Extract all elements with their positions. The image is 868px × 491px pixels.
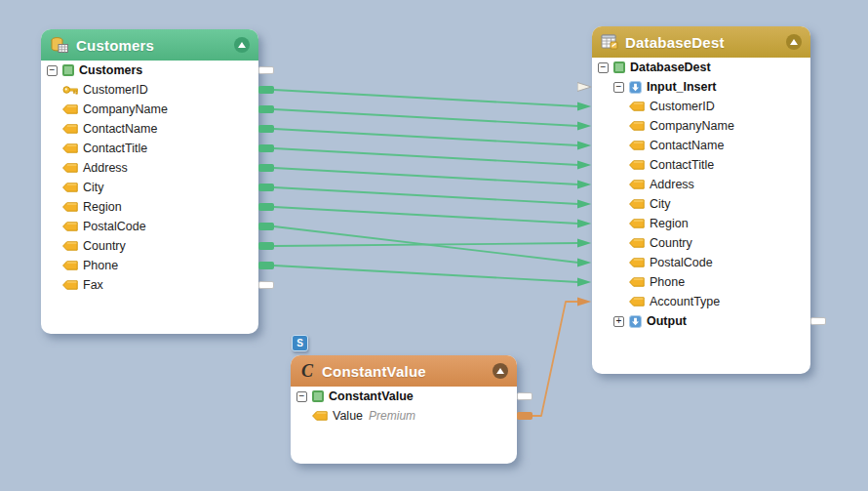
input-connector-arrow[interactable] xyxy=(577,159,592,171)
output-connector[interactable] xyxy=(258,105,274,113)
field-row-region[interactable]: Region xyxy=(592,214,810,233)
field-tag-icon xyxy=(629,180,645,189)
component-constantvalue-header[interactable]: C ConstantValue xyxy=(291,355,517,387)
input-connector-arrow[interactable] xyxy=(577,140,592,151)
field-row-city[interactable]: City xyxy=(41,178,258,197)
input-connector-arrow[interactable] xyxy=(577,198,592,210)
output-connector[interactable] xyxy=(258,125,274,133)
field-row-customerid[interactable]: CustomerID xyxy=(592,97,810,116)
component-databasedest[interactable]: DatabaseDest −DatabaseDest−Input_InsertC… xyxy=(592,26,810,374)
field-tag-icon xyxy=(62,183,78,192)
field-row-region[interactable]: Region xyxy=(41,197,258,217)
field-row-address[interactable]: Address xyxy=(41,158,258,178)
collapse-toggle[interactable]: − xyxy=(598,62,609,73)
output-connector[interactable] xyxy=(517,412,533,420)
output-connector[interactable] xyxy=(258,164,274,172)
output-connector[interactable] xyxy=(258,66,274,74)
field-row-output[interactable]: +Output xyxy=(592,311,810,331)
field-label: AccountType xyxy=(650,295,720,308)
output-connector[interactable] xyxy=(258,144,274,152)
field-row-phone[interactable]: Phone xyxy=(41,256,258,275)
field-label: ConstantValue xyxy=(329,389,414,403)
database-table-icon xyxy=(50,37,69,54)
field-tag-icon xyxy=(629,121,645,131)
field-tree: −ConstantValueValuePremium xyxy=(291,387,517,426)
field-label: ContactName xyxy=(83,122,157,136)
output-connector[interactable] xyxy=(258,184,274,191)
collapse-toggle[interactable]: − xyxy=(296,391,307,402)
field-row-value[interactable]: ValuePremium xyxy=(291,406,517,426)
field-row-country[interactable]: Country xyxy=(592,233,810,253)
component-databasedest-header[interactable]: DatabaseDest xyxy=(592,26,810,58)
field-row-country[interactable]: Country xyxy=(41,236,258,256)
field-tag-icon xyxy=(62,124,78,134)
field-tag-icon xyxy=(629,160,645,170)
component-customers-header[interactable]: Customers xyxy=(41,29,258,61)
field-label: ContactTitle xyxy=(83,142,147,155)
output-connector[interactable] xyxy=(258,223,274,230)
field-tag-icon xyxy=(629,141,645,150)
input-connector-arrow[interactable] xyxy=(577,296,592,307)
input-connector-arrow[interactable] xyxy=(577,179,592,190)
output-connector[interactable] xyxy=(258,86,274,94)
field-row-customers[interactable]: −Customers xyxy=(41,61,258,80)
collapse-component-button[interactable] xyxy=(234,37,250,53)
output-connector[interactable] xyxy=(810,317,826,325)
insert-action-icon xyxy=(629,315,642,328)
input-connector-arrow[interactable] xyxy=(577,81,592,93)
field-row-accounttype[interactable]: AccountType xyxy=(592,292,810,311)
field-tag-icon xyxy=(629,219,645,228)
field-row-city[interactable]: City xyxy=(592,194,810,214)
field-row-contactname[interactable]: ContactName xyxy=(41,119,258,139)
expand-toggle[interactable]: + xyxy=(613,316,624,327)
field-row-postalcode[interactable]: PostalCode xyxy=(41,217,258,236)
collapse-toggle[interactable]: − xyxy=(47,65,58,76)
input-connector-arrow[interactable] xyxy=(577,120,592,132)
field-row-postalcode[interactable]: PostalCode xyxy=(592,253,810,272)
field-row-fax[interactable]: Fax xyxy=(41,275,258,295)
output-connector[interactable] xyxy=(258,262,274,269)
field-row-constantvalue[interactable]: −ConstantValue xyxy=(291,387,517,406)
input-connector-arrow[interactable] xyxy=(577,101,592,112)
collapse-component-button[interactable] xyxy=(493,363,508,379)
field-row-companyname[interactable]: CompanyName xyxy=(592,116,810,136)
component-customers[interactable]: Customers −CustomersCustomerIDCompanyNam… xyxy=(41,29,258,334)
insert-action-icon xyxy=(629,81,642,94)
field-tree: −DatabaseDest−Input_InsertCustomerIDComp… xyxy=(592,58,810,331)
field-row-contacttitle[interactable]: ContactTitle xyxy=(592,155,810,175)
field-row-contactname[interactable]: ContactName xyxy=(592,136,810,155)
input-connector-arrow[interactable] xyxy=(577,257,592,268)
field-tag-icon xyxy=(629,258,645,267)
field-label: City xyxy=(83,181,104,194)
output-connector[interactable] xyxy=(258,242,274,250)
field-row-companyname[interactable]: CompanyName xyxy=(41,100,258,119)
output-connector[interactable] xyxy=(258,281,274,289)
field-tag-icon xyxy=(629,102,645,111)
field-tag-icon xyxy=(629,199,645,209)
collapse-component-button[interactable] xyxy=(786,34,802,50)
input-connector-arrow[interactable] xyxy=(577,276,592,288)
output-connector[interactable] xyxy=(517,392,533,400)
collapse-toggle[interactable]: − xyxy=(613,82,624,93)
field-row-contacttitle[interactable]: ContactTitle xyxy=(41,139,258,158)
table-edit-icon xyxy=(601,34,618,50)
field-label: Phone xyxy=(83,259,118,272)
field-row-address[interactable]: Address xyxy=(592,175,810,194)
field-label: Country xyxy=(650,236,692,250)
field-label: Value xyxy=(333,409,363,423)
field-row-phone[interactable]: Phone xyxy=(592,272,810,292)
component-constantvalue[interactable]: S C ConstantValue −ConstantValueValuePre… xyxy=(291,355,517,464)
field-label: ContactName xyxy=(650,139,724,152)
field-tag-icon xyxy=(62,163,78,173)
field-tag-icon xyxy=(629,297,645,307)
element-icon xyxy=(312,390,324,402)
field-row-input_insert[interactable]: −Input_Insert xyxy=(592,77,810,97)
output-connector[interactable] xyxy=(258,203,274,211)
field-row-databasedest[interactable]: −DatabaseDest xyxy=(592,58,810,77)
field-label: CompanyName xyxy=(650,119,734,133)
input-connector-arrow[interactable] xyxy=(577,218,592,229)
field-tag-icon xyxy=(62,202,78,212)
field-row-customerid[interactable]: CustomerID xyxy=(41,80,258,100)
element-icon xyxy=(62,64,74,76)
input-connector-arrow[interactable] xyxy=(577,237,592,249)
